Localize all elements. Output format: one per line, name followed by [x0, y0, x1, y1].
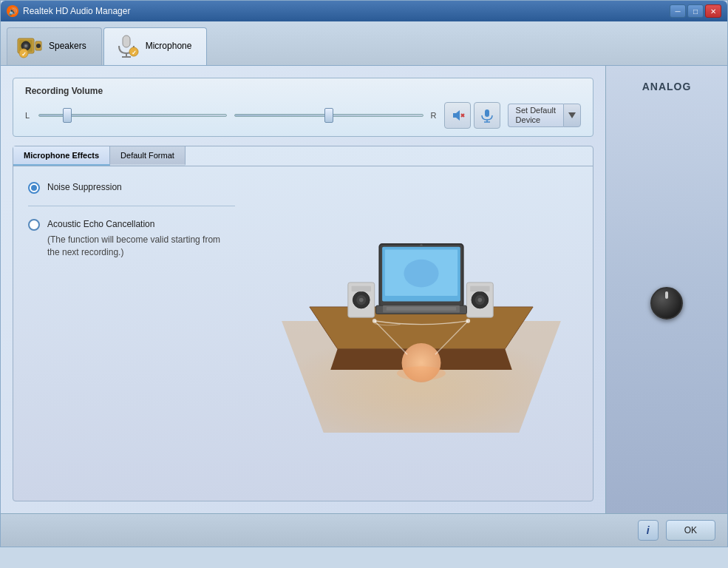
dropdown-arrow-icon — [568, 112, 576, 118]
slider-track — [38, 114, 227, 117]
info-button[interactable]: i — [638, 520, 659, 541]
volume-right-label: R — [431, 111, 437, 120]
tab-speakers[interactable]: ✓ Speakers — [7, 27, 102, 65]
set-default-dropdown[interactable] — [563, 104, 581, 127]
set-default-label[interactable]: Set DefaultDevice — [508, 104, 563, 127]
analog-label: ANALOG — [642, 81, 692, 92]
volume-slider-2[interactable] — [234, 108, 423, 123]
effects-content: Noise Suppression Acoustic Echo Cancella… — [13, 166, 250, 447]
volume-buttons — [444, 102, 500, 129]
mic-button[interactable] — [474, 102, 500, 129]
slider-thumb[interactable] — [63, 108, 72, 123]
maximize-button[interactable]: □ — [687, 4, 704, 18]
title-text: Realtek HD Audio Manager — [23, 6, 130, 16]
echo-cancellation-text: Acoustic Echo Cancellation (The function… — [47, 218, 235, 258]
inner-tab-bar: Microphone Effects Default Format — [13, 146, 593, 166]
title-bar: 🔊 Realtek HD Audio Manager ─ □ ✕ — [1, 1, 727, 21]
svg-point-29 — [359, 298, 364, 302]
bottom-bar: i OK — [1, 513, 727, 547]
svg-point-6 — [36, 44, 41, 48]
close-button[interactable]: ✕ — [705, 4, 721, 18]
svg-point-45 — [397, 366, 446, 380]
title-controls: ─ □ ✕ — [670, 4, 721, 18]
speaker-mute-icon — [450, 108, 465, 123]
speakers-icon: ✓ — [16, 33, 43, 59]
svg-point-4 — [25, 45, 27, 47]
main-window: 🔊 Realtek HD Audio Manager ─ □ ✕ — [0, 0, 728, 547]
noise-suppression-row: Noise Suppression — [28, 181, 235, 206]
ok-button[interactable]: OK — [666, 520, 715, 541]
noise-suppression-radio[interactable] — [28, 182, 40, 194]
main-panel: Recording Volume L R — [1, 66, 605, 513]
mic-icon — [480, 108, 494, 123]
echo-cancellation-row: Acoustic Echo Cancellation (The function… — [28, 218, 235, 258]
knob-area — [650, 107, 683, 498]
slider-thumb-2[interactable] — [324, 108, 333, 123]
tab-microphone[interactable]: ✓ Microphone — [103, 27, 208, 65]
volume-section: Recording Volume L R — [13, 78, 593, 137]
echo-cancellation-sublabel: (The function will become valid starting… — [47, 234, 235, 259]
svg-point-39 — [404, 260, 438, 288]
echo-cancellation-label: Acoustic Echo Cancellation — [47, 218, 235, 231]
volume-row: L R — [25, 102, 581, 129]
microphone-tab-label: Microphone — [146, 41, 192, 51]
tab-default-format[interactable]: Default Format — [110, 146, 186, 166]
app-icon: 🔊 — [7, 5, 18, 17]
svg-marker-20 — [568, 112, 576, 118]
svg-rect-35 — [470, 286, 489, 292]
slider-track-2 — [234, 114, 423, 117]
svg-rect-17 — [485, 109, 489, 117]
mute-button[interactable] — [444, 102, 471, 129]
main-tab-bar: ✓ Speakers ✓ Microphone — [1, 21, 727, 65]
svg-text:✓: ✓ — [21, 51, 27, 58]
microphone-tab-icon: ✓ — [113, 33, 140, 59]
visualization-area — [250, 166, 593, 447]
format-tab-label: Default Format — [120, 151, 174, 160]
set-default-button[interactable]: Set DefaultDevice — [508, 104, 581, 127]
volume-left-label: L — [25, 111, 31, 120]
svg-rect-9 — [123, 36, 130, 47]
effects-tab-label: Microphone Effects — [24, 151, 99, 160]
tabs-panel: Microphone Effects Default Format Noise … — [13, 146, 593, 501]
svg-text:✓: ✓ — [131, 50, 136, 56]
tab-microphone-effects[interactable]: Microphone Effects — [13, 146, 110, 166]
svg-marker-14 — [453, 110, 460, 121]
echo-cancellation-radio[interactable] — [28, 219, 40, 231]
analog-knob[interactable] — [650, 287, 683, 320]
svg-point-40 — [420, 244, 423, 247]
desk-scene-graphic — [281, 181, 562, 433]
title-bar-left: 🔊 Realtek HD Audio Manager — [7, 5, 130, 17]
effects-main-container: Noise Suppression Acoustic Echo Cancella… — [13, 166, 593, 447]
svg-rect-43 — [387, 307, 456, 311]
content-area: Recording Volume L R — [1, 65, 727, 513]
right-panel: ANALOG — [605, 66, 727, 513]
minimize-button[interactable]: ─ — [670, 4, 686, 18]
speakers-tab-label: Speakers — [49, 41, 86, 51]
volume-label: Recording Volume — [25, 86, 581, 96]
svg-rect-30 — [352, 286, 371, 292]
noise-suppression-label: Noise Suppression — [47, 181, 122, 194]
set-default-text: Set DefaultDevice — [516, 106, 556, 125]
volume-slider[interactable] — [38, 108, 227, 123]
svg-point-34 — [478, 298, 483, 302]
